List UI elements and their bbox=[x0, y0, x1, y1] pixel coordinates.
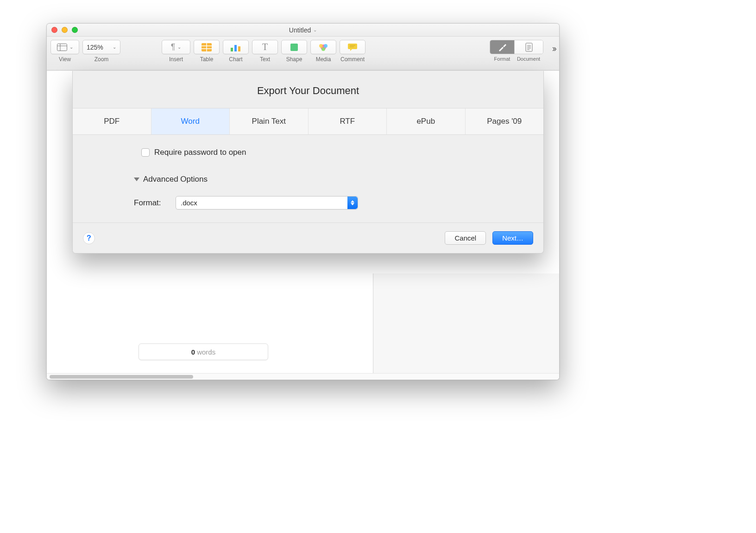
tab-rtf[interactable]: RTF bbox=[308, 108, 387, 134]
format-value: .docx bbox=[176, 199, 197, 207]
svg-rect-9 bbox=[238, 46, 240, 51]
traffic-lights bbox=[51, 27, 78, 33]
svg-rect-8 bbox=[234, 45, 237, 51]
chevron-down-icon: ⌄ bbox=[113, 44, 116, 50]
pilcrow-icon: ¶ bbox=[171, 42, 176, 52]
inspector-segmented bbox=[490, 40, 543, 54]
svg-point-14 bbox=[321, 47, 325, 51]
media-icon bbox=[318, 42, 328, 52]
window-title-text: Untitled bbox=[289, 26, 311, 34]
wordcount-pill[interactable]: 0 words bbox=[139, 343, 268, 360]
close-window-button[interactable] bbox=[51, 27, 57, 33]
format-tab[interactable] bbox=[490, 40, 514, 54]
scrollbar-thumb[interactable] bbox=[50, 375, 193, 379]
chevron-double-right-icon: ›› bbox=[552, 43, 555, 54]
view-button[interactable]: ⌄ bbox=[50, 40, 79, 54]
toolbar-group-table: Table bbox=[194, 40, 220, 63]
insert-button[interactable]: ¶ ⌄ bbox=[162, 40, 190, 54]
require-password-checkbox[interactable] bbox=[141, 148, 150, 157]
toolbar-group-view: ⌄ View bbox=[50, 40, 79, 63]
document-tab[interactable] bbox=[514, 40, 543, 54]
wordcount-number: 0 bbox=[191, 348, 195, 356]
format-popup[interactable]: .docx bbox=[176, 196, 358, 209]
zoom-button[interactable]: 125% ⌄ bbox=[82, 40, 120, 54]
document-label: Document bbox=[514, 56, 543, 62]
svg-point-13 bbox=[324, 44, 328, 48]
window-title[interactable]: Untitled ⌄ bbox=[47, 26, 559, 34]
zoom-label: Zoom bbox=[94, 56, 109, 63]
tab-pages09[interactable]: Pages '09 bbox=[465, 108, 544, 134]
minimize-window-button[interactable] bbox=[62, 27, 68, 33]
export-sheet: Export Your Document PDF Word Plain Text… bbox=[72, 71, 544, 254]
sheet-footer: ? Cancel Next… bbox=[73, 222, 543, 253]
chevron-down-icon: ⌄ bbox=[313, 27, 317, 32]
horizontal-scrollbar[interactable] bbox=[47, 373, 559, 380]
inspector-panel bbox=[373, 273, 559, 380]
format-label: Format bbox=[490, 56, 514, 62]
shape-icon bbox=[290, 43, 299, 52]
svg-rect-15 bbox=[348, 44, 357, 49]
toolbar-group-comment: Comment bbox=[340, 40, 365, 63]
toolbar-group-insert: ¶ ⌄ Insert bbox=[162, 40, 190, 63]
table-icon bbox=[202, 43, 212, 51]
view-label: View bbox=[59, 56, 71, 63]
text-label: Text bbox=[260, 56, 270, 63]
paintbrush-icon bbox=[497, 43, 507, 52]
tab-pdf[interactable]: PDF bbox=[73, 108, 151, 134]
toolbar-group-inspector: Format Document bbox=[490, 40, 543, 62]
wordcount-unit: words bbox=[197, 348, 215, 356]
tab-plain-text[interactable]: Plain Text bbox=[229, 108, 308, 134]
toolbar: ⌄ View 125% ⌄ Zoom ¶ ⌄ Insert bbox=[47, 37, 559, 70]
toolbar-group-shape: Shape bbox=[281, 40, 307, 63]
table-button[interactable] bbox=[194, 40, 220, 54]
toolbar-overflow-button[interactable]: ›› bbox=[552, 43, 555, 54]
toolbar-group-chart: Chart bbox=[223, 40, 249, 63]
cancel-button[interactable]: Cancel bbox=[445, 231, 486, 245]
sheet-body: Require password to open Advanced Option… bbox=[73, 135, 543, 222]
require-password-row: Require password to open bbox=[141, 148, 516, 157]
toolbar-group-zoom: 125% ⌄ Zoom bbox=[82, 40, 120, 63]
comment-label: Comment bbox=[340, 56, 365, 63]
zoom-value: 125% bbox=[87, 44, 103, 51]
next-button[interactable]: Next… bbox=[492, 231, 533, 245]
disclosure-triangle-icon bbox=[134, 178, 139, 181]
media-label: Media bbox=[316, 56, 331, 63]
svg-rect-10 bbox=[290, 44, 298, 51]
chart-icon bbox=[230, 43, 241, 51]
require-password-label: Require password to open bbox=[154, 148, 246, 157]
app-window: Untitled ⌄ ⌄ View 125% ⌄ bbox=[46, 23, 560, 380]
export-tabs: PDF Word Plain Text RTF ePub Pages '09 bbox=[73, 108, 543, 135]
tab-word[interactable]: Word bbox=[151, 108, 230, 134]
text-button[interactable]: T bbox=[252, 40, 278, 54]
table-label: Table bbox=[200, 56, 214, 63]
insert-label: Insert bbox=[169, 56, 183, 63]
svg-point-12 bbox=[319, 44, 323, 48]
shape-button[interactable] bbox=[281, 40, 307, 54]
popup-arrows-icon bbox=[347, 197, 358, 209]
advanced-options-disclosure[interactable]: Advanced Options bbox=[134, 175, 516, 184]
comment-icon bbox=[347, 43, 358, 51]
help-icon: ? bbox=[87, 234, 91, 242]
comment-button[interactable] bbox=[340, 40, 365, 54]
advanced-options-label: Advanced Options bbox=[143, 175, 208, 184]
chevron-down-icon: ⌄ bbox=[177, 44, 181, 50]
document-icon bbox=[525, 43, 533, 52]
chart-label: Chart bbox=[229, 56, 242, 63]
help-button[interactable]: ? bbox=[83, 232, 95, 244]
tab-epub[interactable]: ePub bbox=[386, 108, 465, 134]
svg-rect-0 bbox=[57, 44, 67, 51]
format-label: Format: bbox=[134, 198, 169, 208]
chart-button[interactable] bbox=[223, 40, 249, 54]
sheet-title: Export Your Document bbox=[73, 71, 543, 108]
maximize-window-button[interactable] bbox=[72, 27, 78, 33]
shape-label: Shape bbox=[286, 56, 302, 63]
svg-rect-19 bbox=[526, 43, 532, 51]
media-button[interactable] bbox=[310, 40, 336, 54]
text-icon: T bbox=[262, 42, 268, 52]
toolbar-group-media: Media bbox=[310, 40, 336, 63]
view-panel-icon bbox=[57, 44, 67, 51]
svg-rect-7 bbox=[231, 48, 233, 51]
chevron-down-icon: ⌄ bbox=[69, 44, 73, 50]
toolbar-group-text: T Text bbox=[252, 40, 278, 63]
titlebar: Untitled ⌄ bbox=[47, 24, 559, 37]
